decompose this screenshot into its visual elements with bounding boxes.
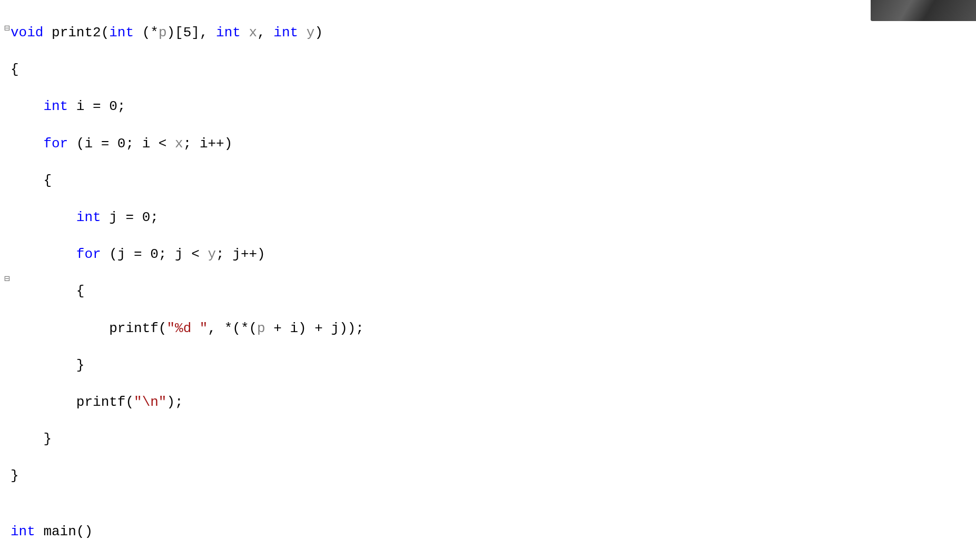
webcam-overlay: [871, 0, 976, 21]
fold-marker-icon[interactable]: ⊟: [4, 273, 10, 285]
fold-marker-icon[interactable]: ⊟: [4, 22, 10, 35]
code-line: {: [3, 282, 976, 301]
code-line: int j = 0;: [3, 208, 976, 227]
code-line: }: [3, 356, 976, 375]
code-line: {: [3, 172, 976, 190]
code-editor[interactable]: ⊟void print2(int (*p)[5], int x, int y) …: [0, 0, 976, 560]
code-line: int i = 0;: [3, 97, 976, 116]
code-line: for (i = 0; i < x; i++): [3, 135, 976, 153]
code-line: printf("%d ", *(*(p + i) + j));: [3, 319, 976, 338]
code-line: }: [3, 467, 976, 485]
code-line: printf("\n");: [3, 393, 976, 412]
code-line: }: [3, 430, 976, 448]
code-line: for (j = 0; j < y; j++): [3, 245, 976, 264]
code-line: int main(): [3, 523, 976, 541]
code-line: {: [3, 61, 976, 79]
code-line: void print2(int (*p)[5], int x, int y): [3, 24, 976, 42]
